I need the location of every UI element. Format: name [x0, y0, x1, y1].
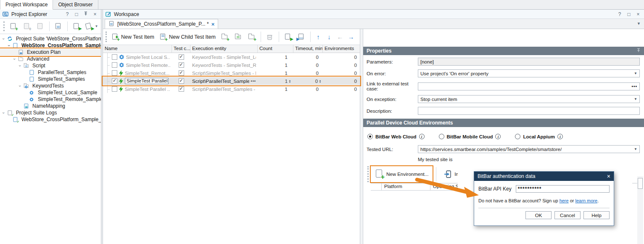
help-icon[interactable]: ?	[616, 11, 623, 17]
close-icon[interactable]: ×	[92, 11, 98, 17]
import-icon	[444, 170, 451, 178]
move-right-icon[interactable]: →	[346, 33, 356, 40]
document-tab-execution-plan[interactable]: [WebStore_CrossPlatform_Sample_P... * ×	[105, 19, 218, 29]
column-header-execution-entity[interactable]: Execution entity	[190, 45, 258, 53]
radio-local-appium[interactable]: Local Appiumi	[515, 134, 563, 139]
tree-item-simpletest-remote-sample[interactable]: SimpleTest_Remote_Sample	[0, 96, 101, 103]
new-environment-button[interactable]: +New Environment...	[372, 167, 432, 181]
pin-icon[interactable]	[636, 48, 641, 54]
link-learn-more[interactable]: learn more	[575, 198, 598, 203]
cancel-button[interactable]: Cancel	[554, 211, 581, 219]
tree-item-project-suite[interactable]: ›Project Suite 'WebStore_CrossPlatform_S…	[0, 35, 101, 42]
on-error-select[interactable]: Use project's 'On error' property▼	[418, 69, 640, 77]
editor-properties-splitter[interactable]	[360, 29, 363, 244]
close-icon[interactable]: ×	[211, 21, 215, 27]
link-here[interactable]: here	[560, 198, 569, 203]
enabled-checkbox[interactable]	[112, 78, 117, 84]
test-case-checkbox[interactable]	[179, 54, 184, 60]
new-child-test-item-button[interactable]: +New Child Test Item	[158, 31, 217, 43]
link-external-test-case-field[interactable]: •••	[418, 82, 640, 90]
column-header-timeout[interactable]: Timeout, min	[293, 45, 323, 53]
run-test-button[interactable]: ▶	[296, 31, 307, 43]
enabled-checkbox[interactable]	[112, 54, 117, 60]
tree-item-project[interactable]: ›WebStore_CrossPlatform_Sample_Pr	[0, 42, 101, 49]
column-header-test-case[interactable]: Test c...	[172, 45, 190, 53]
timeout-spinner[interactable]: ▲▼	[319, 80, 321, 83]
enabled-checkbox[interactable]	[112, 62, 117, 68]
help-icon[interactable]: ?	[64, 11, 71, 17]
keyword-test-icon	[119, 62, 124, 68]
enabled-checkbox[interactable]	[112, 70, 117, 76]
test-case-checkbox[interactable]	[179, 78, 184, 84]
tree-connector	[105, 85, 110, 93]
column-header-count[interactable]: Count	[258, 45, 293, 53]
move-up-icon[interactable]: ↑	[314, 33, 323, 40]
help-button[interactable]: Help	[583, 211, 610, 219]
vertical-scrollbar[interactable]	[637, 176, 643, 244]
tree-item-advanced[interactable]: ›Advanced	[0, 56, 101, 62]
table-row[interactable]: SimpleTest Parallel ... Script\ParallelT…	[103, 85, 360, 93]
tree-item-project-suite-logs[interactable]: ›✓Project Suite Logs	[0, 109, 101, 116]
count-spinner[interactable]: ▲▼	[289, 80, 291, 83]
project-explorer-panel: Project Explorer ? □ × + + ▶ ▶▼ ›Project…	[0, 10, 101, 244]
table-row[interactable]: SimpleTest_Remot... Script\SimpleTest_Sa…	[103, 69, 360, 77]
run-project-button[interactable]: ▶	[71, 21, 82, 32]
close-icon[interactable]: ×	[607, 173, 610, 180]
tree-item-script[interactable]: ›Script	[0, 62, 101, 69]
browse-ellipsis-button[interactable]: •••	[631, 84, 637, 89]
tab-project-workspace[interactable]: Project Workspace	[0, 0, 53, 10]
scrollbar-thumb[interactable]	[638, 178, 643, 189]
entity-ellipsis-button[interactable]: •••	[251, 79, 256, 83]
tree-item-paralleltest-samples[interactable]: ParallelTest_Samples	[0, 69, 101, 76]
toolbar-grip[interactable]	[106, 32, 107, 42]
tree-item-simpletest-samples[interactable]: SimpleTest_Samples	[0, 76, 101, 82]
maximize-icon[interactable]: □	[626, 11, 632, 17]
section-title: Parallel Device Cloud Environments	[367, 120, 453, 126]
group-items-button[interactable]	[232, 31, 244, 43]
info-icon[interactable]: i	[557, 134, 563, 139]
tab-list-dropdown-icon[interactable]: ▼	[637, 21, 641, 26]
dialog-title-bar[interactable]: BitBar authentication data×	[474, 172, 614, 181]
new-child-group-button[interactable]: +	[246, 31, 258, 43]
api-key-input[interactable]: **********	[516, 185, 610, 193]
tested-url-combo[interactable]: https://services.smartbear.com/samples/T…	[418, 145, 640, 153]
name-edit-field[interactable]: SimpleTest Parallel ...	[125, 78, 169, 84]
table-row-selected[interactable]: SimpleTest Parallel ... Script\ParallelT…	[103, 77, 360, 85]
pin-icon[interactable]	[82, 11, 89, 17]
info-icon[interactable]: i	[495, 134, 501, 139]
cloud-radio-group: BitBar Web Cloudi BitBar Mobile Cloudi L…	[367, 134, 641, 139]
description-field[interactable]	[418, 107, 640, 115]
tree-item-execution-plan[interactable]: Execution Plan	[0, 49, 101, 56]
info-icon[interactable]: i	[419, 134, 425, 139]
tree-item-simpletest-local-sample[interactable]: SimpleTest_Local_Sample	[0, 89, 101, 96]
run-selected-button[interactable]: ▶	[282, 31, 294, 43]
move-down-icon[interactable]: ↓	[325, 33, 334, 40]
table-row[interactable]: SimpleTest Remote... KeywordTests - Simp…	[103, 61, 360, 69]
new-group-button[interactable]: +	[219, 31, 231, 43]
toolbar-grip[interactable]	[367, 166, 369, 182]
test-case-checkbox[interactable]	[179, 62, 184, 68]
execution-plan-button[interactable]	[53, 21, 64, 32]
add-new-item-button[interactable]: +	[8, 21, 19, 32]
column-header-environments[interactable]: Environments	[323, 45, 359, 53]
on-exception-select[interactable]: Stop current item▼	[418, 95, 640, 103]
tree-item-keywordtests[interactable]: ›KeywordTests	[0, 82, 101, 89]
new-test-item-button[interactable]: ▶+New Test Item	[110, 31, 156, 43]
column-header-name[interactable]: Name	[103, 45, 172, 53]
env-column-platform[interactable]: Platform	[382, 183, 430, 191]
table-row[interactable]: SimpleTest Local S... KeywordTests - Sim…	[103, 53, 360, 61]
tree-item-log[interactable]: ✓WebStore_CrossPlatform_Sample_Project	[0, 116, 101, 123]
tab-object-browser[interactable]: Object Browser	[53, 0, 98, 9]
radio-bitbar-mobile-cloud[interactable]: BitBar Mobile Cloudi	[439, 134, 501, 139]
radio-bitbar-web-cloud[interactable]: BitBar Web Cloudi	[367, 134, 425, 139]
tree-item-namemapping[interactable]: NameMapping	[0, 103, 101, 109]
close-icon[interactable]: ×	[635, 11, 641, 17]
run-project-suite-button[interactable]: ▶▼	[84, 21, 99, 32]
test-case-checkbox[interactable]	[179, 70, 184, 76]
ok-button[interactable]: OK	[525, 211, 552, 219]
enabled-checkbox[interactable]	[112, 86, 117, 92]
toolbar-grip[interactable]	[3, 21, 5, 31]
test-case-checkbox[interactable]	[179, 86, 184, 92]
parameters-field[interactable]: [none]	[418, 58, 640, 66]
maximize-icon[interactable]: □	[73, 11, 80, 17]
